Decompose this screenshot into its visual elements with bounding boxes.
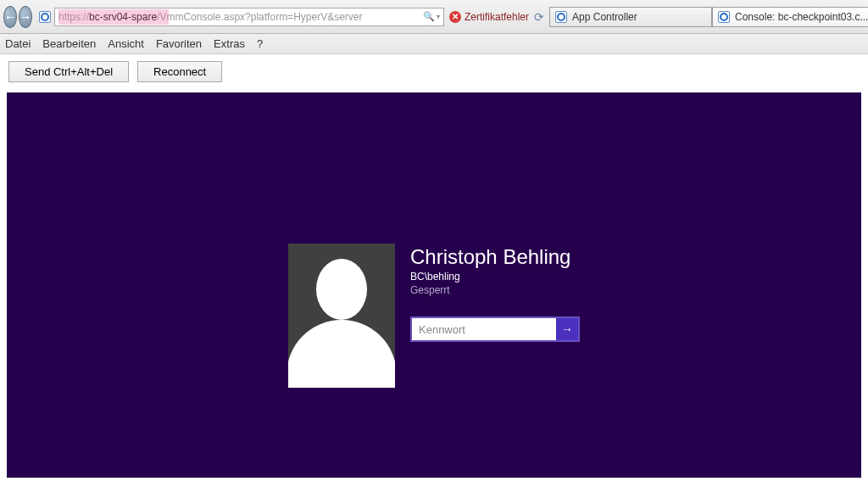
tab-label: Console: bc-checkpoint03.c... (735, 11, 868, 23)
browser-chrome: ← → https:// bc-srv04-spare /VmmConsole.… (0, 0, 868, 34)
tab-favicon-icon (555, 11, 567, 23)
tab-app-controller[interactable]: App Controller (549, 7, 712, 27)
user-account: BC\behling (410, 271, 580, 283)
cert-error-label: Zertifikatfehler (465, 11, 529, 23)
tab-strip: App Controller Console: bc-checkpoint03.… (549, 7, 868, 27)
tab-console[interactable]: Console: bc-checkpoint03.c... ✕ (712, 7, 868, 27)
password-row: → (410, 316, 580, 342)
tab-label: App Controller (572, 11, 706, 23)
address-bar[interactable]: https:// bc-srv04-spare /VmmConsole.aspx… (54, 8, 444, 26)
menu-datei[interactable]: Datei (5, 37, 31, 50)
action-toolbar: Send Ctrl+Alt+Del Reconnect (0, 54, 868, 92)
user-full-name: Christoph Behling (410, 245, 580, 269)
avatar-body-icon (288, 320, 395, 388)
arrow-left-icon: ← (4, 11, 16, 23)
cert-error-badge[interactable]: ✕ Zertifikatfehler (446, 11, 532, 23)
menu-help[interactable]: ? (257, 37, 263, 50)
chevron-down-icon: ▾ (437, 13, 440, 20)
send-ctrl-alt-del-button[interactable]: Send Ctrl+Alt+Del (8, 61, 129, 82)
url-scheme: https:// (58, 11, 89, 23)
submit-password-button[interactable]: → (556, 318, 578, 340)
lock-status: Gesperrt (410, 284, 580, 296)
menu-bar: Datei Bearbeiten Ansicht Favoriten Extra… (0, 34, 868, 54)
tab-favicon-icon (718, 11, 730, 23)
menu-ansicht[interactable]: Ansicht (108, 37, 144, 50)
back-button[interactable]: ← (3, 6, 17, 28)
avatar-head-icon (316, 259, 367, 320)
vm-console[interactable]: Christoph Behling BC\behling Gesperrt → (7, 92, 861, 478)
user-avatar (288, 244, 395, 388)
menu-bearbeiten[interactable]: Bearbeiten (42, 37, 96, 50)
password-input[interactable] (412, 318, 556, 340)
arrow-right-icon: → (19, 11, 31, 23)
lock-text: Christoph Behling BC\behling Gesperrt → (410, 244, 580, 342)
page-favicon (39, 9, 51, 25)
ie-favicon-icon (39, 11, 51, 23)
refresh-icon: ⟳ (534, 10, 544, 24)
refresh-button[interactable]: ⟳ (534, 10, 544, 24)
error-icon: ✕ (449, 11, 461, 23)
menu-extras[interactable]: Extras (214, 37, 245, 50)
reconnect-button[interactable]: Reconnect (137, 61, 222, 82)
menu-favoriten[interactable]: Favoriten (156, 37, 202, 50)
url-path: /VmmConsole.aspx?platform=HyperV&server (157, 11, 362, 23)
lock-screen: Christoph Behling BC\behling Gesperrt → (288, 244, 580, 388)
forward-button[interactable]: → (19, 6, 32, 28)
arrow-right-icon: → (561, 322, 573, 336)
url-host: bc-srv04-spare (89, 11, 157, 23)
search-icon[interactable]: 🔍▾ (423, 11, 440, 22)
